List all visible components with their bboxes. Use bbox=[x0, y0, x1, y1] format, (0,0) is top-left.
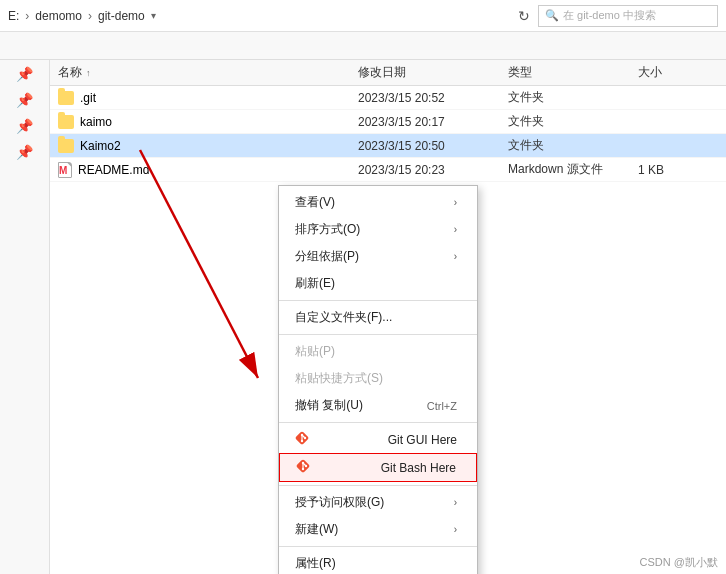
menu-label: 新建(W) bbox=[295, 521, 338, 538]
file-name: Kaimo2 bbox=[80, 139, 121, 153]
titlebar-right: ↻ 🔍 在 git-demo 中搜索 bbox=[514, 5, 718, 27]
submenu-arrow: › bbox=[454, 524, 457, 535]
menu-separator bbox=[279, 422, 477, 423]
file-name-cell: M README.md bbox=[58, 162, 358, 178]
menu-item-paste-shortcut: 粘贴快捷方式(S) bbox=[279, 365, 477, 392]
menu-label: 排序方式(O) bbox=[295, 221, 360, 238]
menu-item-paste: 粘贴(P) bbox=[279, 338, 477, 365]
file-rows: .git 2023/3/15 20:52 文件夹 kaimo 2023/3/15… bbox=[50, 86, 726, 182]
watermark: CSDN @凯小默 bbox=[640, 555, 718, 570]
menu-item-customize[interactable]: 自定义文件夹(F)... bbox=[279, 304, 477, 331]
file-date: 2023/3/15 20:52 bbox=[358, 91, 508, 105]
menu-item-new[interactable]: 新建(W)› bbox=[279, 516, 477, 543]
menu-label: 分组依据(P) bbox=[295, 248, 359, 265]
menu-item-git-bash[interactable]: Git Bash Here bbox=[279, 453, 477, 482]
col-size[interactable]: 大小 bbox=[638, 64, 718, 81]
breadcrumb-e[interactable]: E: bbox=[8, 9, 19, 23]
menu-label: 自定义文件夹(F)... bbox=[295, 309, 392, 326]
table-row[interactable]: M README.md 2023/3/15 20:23 Markdown 源文件… bbox=[50, 158, 726, 182]
git-icon bbox=[296, 459, 310, 476]
menu-label: 查看(V) bbox=[295, 194, 335, 211]
breadcrumb-expand[interactable]: ▾ bbox=[151, 10, 156, 21]
search-placeholder: 在 git-demo 中搜索 bbox=[563, 8, 656, 23]
menu-item-group[interactable]: 分组依据(P)› bbox=[279, 243, 477, 270]
col-date[interactable]: 修改日期 bbox=[358, 64, 508, 81]
sidebar-pin-2[interactable]: 📌 bbox=[16, 90, 33, 110]
menu-label: 撤销 复制(U) bbox=[295, 397, 363, 414]
submenu-arrow: › bbox=[454, 224, 457, 235]
submenu-arrow: › bbox=[454, 251, 457, 262]
search-icon: 🔍 bbox=[545, 9, 559, 22]
file-list-header: 名称 ↑ 修改日期 类型 大小 bbox=[50, 60, 726, 86]
git-icon bbox=[295, 431, 309, 448]
menu-item-git-gui[interactable]: Git GUI Here bbox=[279, 426, 477, 453]
menu-item-undo[interactable]: 撤销 复制(U)Ctrl+Z bbox=[279, 392, 477, 419]
menu-label: Git GUI Here bbox=[388, 433, 457, 447]
submenu-arrow: › bbox=[454, 197, 457, 208]
file-name: README.md bbox=[78, 163, 149, 177]
folder-icon bbox=[58, 91, 74, 105]
file-icon: M bbox=[58, 162, 72, 178]
menu-separator bbox=[279, 300, 477, 301]
file-name-cell: Kaimo2 bbox=[58, 139, 358, 153]
context-menu: 查看(V)›排序方式(O)›分组依据(P)›刷新(E)自定义文件夹(F)...粘… bbox=[278, 185, 478, 574]
table-row[interactable]: .git 2023/3/15 20:52 文件夹 bbox=[50, 86, 726, 110]
sidebar-pin-3[interactable]: 📌 bbox=[16, 116, 33, 136]
menu-item-refresh[interactable]: 刷新(E) bbox=[279, 270, 477, 297]
menu-label: 粘贴(P) bbox=[295, 343, 335, 360]
menu-shortcut: Ctrl+Z bbox=[427, 400, 457, 412]
breadcrumb-demomo[interactable]: demomo bbox=[35, 9, 82, 23]
file-name: kaimo bbox=[80, 115, 112, 129]
title-bar: E: › demomo › git-demo ▾ ↻ 🔍 在 git-demo … bbox=[0, 0, 726, 32]
table-row[interactable]: kaimo 2023/3/15 20:17 文件夹 bbox=[50, 110, 726, 134]
file-date: 2023/3/15 20:23 bbox=[358, 163, 508, 177]
file-size: 1 KB bbox=[638, 163, 718, 177]
file-type: Markdown 源文件 bbox=[508, 161, 638, 178]
menu-label: 刷新(E) bbox=[295, 275, 335, 292]
search-box[interactable]: 🔍 在 git-demo 中搜索 bbox=[538, 5, 718, 27]
sidebar: 📌 📌 📌 📌 bbox=[0, 60, 50, 574]
refresh-button[interactable]: ↻ bbox=[514, 6, 534, 26]
col-name[interactable]: 名称 ↑ bbox=[58, 64, 358, 81]
menu-separator bbox=[279, 334, 477, 335]
submenu-arrow: › bbox=[454, 497, 457, 508]
file-name-cell: .git bbox=[58, 91, 358, 105]
sidebar-pin-1[interactable]: 📌 bbox=[16, 64, 33, 84]
menu-label: 属性(R) bbox=[295, 555, 336, 572]
file-name-cell: kaimo bbox=[58, 115, 358, 129]
menu-separator bbox=[279, 485, 477, 486]
col-type[interactable]: 类型 bbox=[508, 64, 638, 81]
menu-item-view[interactable]: 查看(V)› bbox=[279, 189, 477, 216]
menu-separator bbox=[279, 546, 477, 547]
file-type: 文件夹 bbox=[508, 137, 638, 154]
file-date: 2023/3/15 20:50 bbox=[358, 139, 508, 153]
folder-icon bbox=[58, 139, 74, 153]
menu-label: Git Bash Here bbox=[381, 461, 456, 475]
file-type: 文件夹 bbox=[508, 89, 638, 106]
menu-item-properties[interactable]: 属性(R) bbox=[279, 550, 477, 574]
file-name: .git bbox=[80, 91, 96, 105]
sort-arrow: ↑ bbox=[86, 68, 91, 78]
file-type: 文件夹 bbox=[508, 113, 638, 130]
table-row[interactable]: Kaimo2 2023/3/15 20:50 文件夹 bbox=[50, 134, 726, 158]
breadcrumb-git-demo[interactable]: git-demo bbox=[98, 9, 145, 23]
menu-item-sort[interactable]: 排序方式(O)› bbox=[279, 216, 477, 243]
toolbar bbox=[0, 32, 726, 60]
sidebar-pin-4[interactable]: 📌 bbox=[16, 142, 33, 162]
menu-item-access[interactable]: 授予访问权限(G)› bbox=[279, 489, 477, 516]
folder-icon bbox=[58, 115, 74, 129]
file-date: 2023/3/15 20:17 bbox=[358, 115, 508, 129]
menu-label: 粘贴快捷方式(S) bbox=[295, 370, 383, 387]
menu-label: 授予访问权限(G) bbox=[295, 494, 384, 511]
